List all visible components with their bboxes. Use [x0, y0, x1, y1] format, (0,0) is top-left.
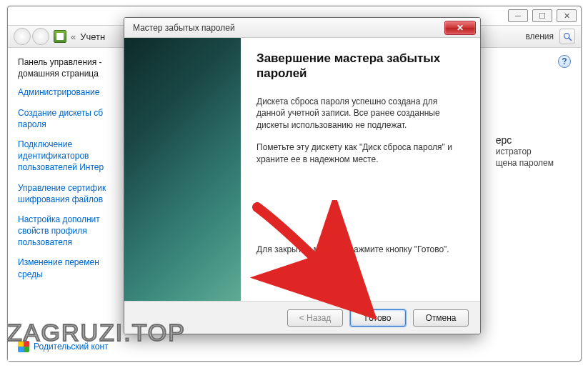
wizard-dialog: Мастер забытых паролей ✕ Завершение маст… — [124, 17, 481, 334]
search-icon — [563, 32, 572, 41]
nav-back-button[interactable] — [14, 28, 31, 45]
account-password-status-fragment: щена паролем — [496, 158, 554, 169]
finish-button[interactable]: Готово — [350, 309, 406, 327]
sidebar-link-reset-disk[interactable]: Создание дискеты сб пароля — [18, 107, 126, 130]
window-close-button[interactable]: ✕ — [557, 9, 577, 22]
wizard-paragraph-2: Пометьте эту дискету как "Диск сброса па… — [256, 141, 464, 166]
breadcrumb-chevrons: « — [71, 31, 76, 42]
sidebar-link-online-ids[interactable]: Подключение идентификаторов пользователе… — [18, 139, 126, 174]
breadcrumb[interactable]: Учетн — [80, 31, 105, 42]
back-button[interactable]: < Назад — [287, 309, 343, 327]
maximize-button[interactable]: ☐ — [532, 9, 552, 22]
wizard-content: Завершение мастера забытых паролей Диске… — [241, 38, 480, 301]
wizard-paragraph-3: Для закрытия мастера нажмите кнопку "Гот… — [256, 244, 464, 256]
nav-forward-button[interactable] — [32, 28, 49, 45]
sidebar-link-profile-advanced[interactable]: Настройка дополнит свойств профиля польз… — [18, 214, 126, 249]
minimize-button[interactable]: ─ — [508, 9, 528, 22]
help-icon[interactable]: ? — [558, 55, 571, 68]
toolbar-right-text: вления — [525, 31, 554, 41]
search-button[interactable] — [559, 29, 575, 44]
sidebar-link-env-vars[interactable]: Изменение перемен среды — [18, 257, 126, 279]
wizard-body: Завершение мастера забытых паролей Диске… — [124, 38, 480, 301]
sidebar-link-certificates[interactable]: Управление сертифик шифрования файлов — [18, 182, 126, 205]
watermark: ZAGRUZI.TOP — [7, 319, 186, 347]
sidebar: Панель управления - домашняя страница Ад… — [8, 48, 129, 361]
control-panel-icon — [54, 30, 66, 43]
sidebar-link-admin[interactable]: Администрирование — [18, 86, 126, 98]
wizard-heading: Завершение мастера забытых паролей — [256, 51, 464, 81]
wizard-titlebar[interactable]: Мастер забытых паролей ✕ — [124, 18, 480, 38]
account-name-fragment: ерс — [496, 134, 554, 146]
cancel-button[interactable]: Отмена — [413, 309, 469, 327]
account-role-fragment: истратор — [496, 146, 554, 158]
close-icon: ✕ — [457, 23, 464, 33]
wizard-close-button[interactable]: ✕ — [444, 21, 476, 35]
sidebar-heading: Панель управления - домашняя страница — [18, 56, 126, 79]
wizard-side-banner — [124, 38, 241, 301]
wizard-title: Мастер забытых паролей — [133, 23, 235, 33]
wizard-paragraph-1: Дискета сброса пароля успешно создана дл… — [256, 96, 464, 131]
svg-line-1 — [569, 38, 571, 40]
